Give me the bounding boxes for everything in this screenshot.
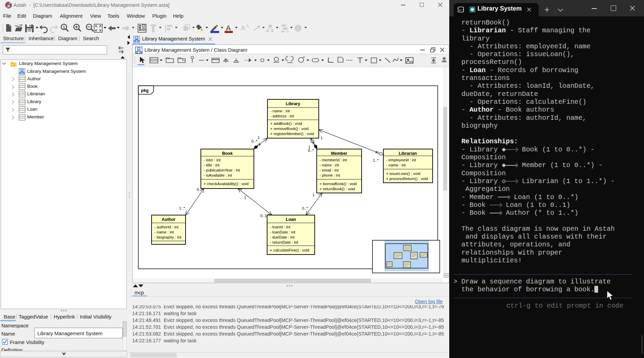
svg-text:1: 1 [244, 196, 246, 200]
svg-text:c:\: c:\ [459, 9, 464, 12]
svg-text:1: 1 [258, 135, 260, 140]
svg-text:- name : int: - name : int [154, 230, 174, 234]
svg-text:- memberId : int: - memberId : int [319, 158, 347, 162]
svg-text:- biography : int: - biography : int [154, 235, 181, 239]
svg-text:1..*: 1..* [373, 158, 379, 162]
svg-text:pkg: pkg [141, 88, 149, 93]
svg-text:A: A [246, 23, 249, 29]
svg-text:0..*: 0..* [308, 148, 314, 152]
svg-text:0..*: 0..* [251, 139, 258, 143]
svg-text:A: A [241, 24, 245, 32]
svg-text:- loanDate : int: - loanDate : int [270, 230, 296, 234]
svg-text:- email : int: - email : int [319, 168, 339, 172]
svg-text:Library: Library [286, 101, 300, 106]
svg-text:1: 1 [320, 136, 323, 140]
svg-text:- name : int: - name : int [319, 163, 339, 167]
svg-text:Author: Author [162, 217, 176, 222]
svg-text:- dueDate : int: - dueDate : int [270, 235, 295, 239]
svg-text:+ checkAvailability() : void: + checkAvailability() : void [204, 182, 248, 186]
svg-text:Loan: Loan [286, 217, 296, 222]
svg-text:+ calculateFine() : void: + calculateFine() : void [270, 248, 309, 252]
svg-text:- name : int: - name : int [270, 109, 290, 113]
svg-text:0..1: 0..1 [260, 214, 267, 218]
svg-text:+ returnBook() : void: + returnBook() : void [319, 187, 355, 191]
svg-text:+ processReturn() : void: + processReturn() : void [386, 177, 428, 181]
svg-text:P: P [12, 63, 14, 66]
svg-text:- title : int: - title : int [204, 163, 220, 167]
svg-text:+ issueLoan() : void: + issueLoan() : void [386, 172, 420, 176]
svg-text:1: 1 [63, 25, 65, 29]
svg-text:- authorId : int: - authorId : int [154, 225, 179, 229]
svg-text:0..*: 0..* [302, 206, 308, 210]
svg-text:- address : int: - address : int [270, 114, 294, 118]
svg-text:Member: Member [331, 151, 347, 156]
svg-text:- publicationYear : int: - publicationYear : int [204, 168, 240, 172]
svg-text:- returnDate : int: - returnDate : int [270, 240, 298, 244]
svg-text:- phone : int: - phone : int [319, 173, 341, 177]
svg-text:- isAvailable : int: - isAvailable : int [204, 173, 232, 177]
svg-text:1..*: 1..* [179, 206, 185, 210]
svg-text:1: 1 [312, 193, 314, 197]
svg-text:+ registerMember() : void: + registerMember() : void [270, 132, 314, 136]
svg-text:- name : int: - name : int [386, 163, 406, 167]
svg-text:+ addBook() : void: + addBook() : void [270, 121, 302, 126]
svg-text:Book: Book [222, 151, 232, 156]
svg-text:- loanId : int: - loanId : int [270, 225, 291, 229]
svg-text:- employeeId : int: - employeeId : int [386, 158, 416, 162]
svg-text:+ borrowBook() : void: + borrowBook() : void [319, 182, 357, 186]
svg-text:Librarian: Librarian [399, 151, 417, 156]
svg-text:+ removeBook() : void: + removeBook() : void [270, 127, 309, 131]
svg-text:- isbn : int: - isbn : int [204, 158, 221, 162]
